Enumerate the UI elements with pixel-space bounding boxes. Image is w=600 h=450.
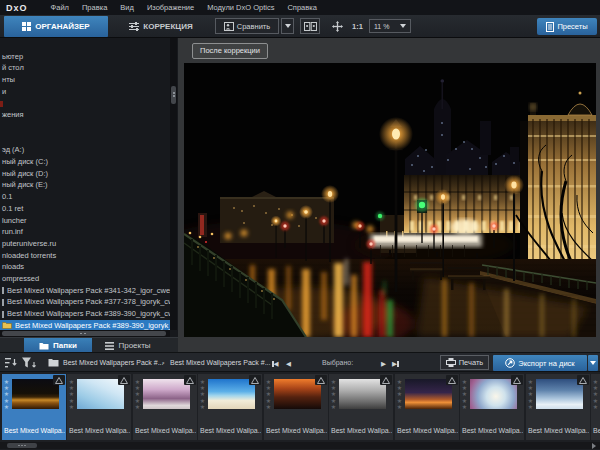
tree-item-wallpapers-341[interactable]: Best Mixed Wallpapers Pack #341-342_igor… <box>0 285 170 296</box>
tree-item[interactable]: puteruniverse.ru <box>0 238 170 249</box>
tree-item[interactable]: run.inf <box>0 226 170 237</box>
star-rating[interactable]: ★★★★★ <box>330 379 337 410</box>
tree-item-drive-d[interactable]: ный диск (D:) <box>0 168 170 179</box>
thumbnail-snowy-forest[interactable]: ★★★★★ Best Mixed Wallpa... <box>526 374 590 440</box>
star-rating[interactable]: ★★★★★ <box>592 379 599 410</box>
chevron-down-icon <box>285 24 291 28</box>
thumbnail-mountain-sunset[interactable]: ★★★★★ Best Mixed Wallpa... <box>264 374 328 440</box>
print-button[interactable]: Печать <box>440 355 489 370</box>
tree-item[interactable]: и <box>0 86 170 97</box>
thumbnail-bw-winter-park[interactable]: ★★★★★ Best Mixed Wallpa... <box>329 374 393 440</box>
previous-image-button[interactable]: ◀ <box>286 360 291 368</box>
menu-view[interactable]: Вид <box>120 3 134 12</box>
star-rating[interactable]: ★★★★★ <box>461 379 468 410</box>
thumbnail-image[interactable] <box>339 379 386 409</box>
filter-icon[interactable] <box>22 357 36 369</box>
tree-item[interactable] <box>0 39 170 50</box>
tree-item[interactable]: 0.1 <box>0 191 170 202</box>
tree-item-wallpapers-377[interactable]: Best Mixed Wallpapers Pack #377-378_igor… <box>0 296 170 307</box>
thumbnail-image[interactable] <box>470 379 517 409</box>
sort-icon[interactable] <box>5 357 18 369</box>
tab-folders[interactable]: Папки <box>24 338 92 353</box>
zoom-level-select[interactable]: 11 % <box>369 19 411 33</box>
tree-item-downloaded-torrents[interactable]: nloaded torrents <box>0 250 170 261</box>
star-rating[interactable]: ★★★★★ <box>3 379 10 410</box>
selected-count-label: Выбрано: <box>322 359 353 366</box>
scrollbar-handle[interactable] <box>171 86 176 104</box>
scrollbar-handle[interactable] <box>7 443 37 448</box>
thumbnail-tropical-beach[interactable]: ★★★★★ Best Mixed Wallpa... <box>198 374 262 440</box>
star-rating[interactable]: ★★★★★ <box>68 379 75 410</box>
zoom-1to1-label: 1:1 <box>352 22 363 31</box>
thumbnail-abstract-light[interactable]: ★★★★★ Best Mixed Wallpa... <box>460 374 524 440</box>
tree-item-downloads[interactable]: nloads <box>0 261 170 272</box>
tab-correction[interactable]: КОРРЕКЦИЯ <box>112 16 210 37</box>
tree-vertical-scrollbar[interactable] <box>170 38 177 330</box>
thumbnail-partial[interactable]: ★★★★★ Best <box>591 374 600 440</box>
scrollbar-handle[interactable] <box>2 331 166 336</box>
breadcrumb-folder-b[interactable]: Best Mixed Wallpapers Pack #... <box>170 359 271 366</box>
tree-item[interactable]: luncher <box>0 215 170 226</box>
main-photo[interactable] <box>184 63 596 337</box>
thumbnail-image[interactable] <box>208 379 255 409</box>
thumbnail-palms-sunset[interactable]: ★★★★★ Best Mixed Wallpa... <box>395 374 459 440</box>
tree-item-drive-e[interactable]: ный диск (E:) <box>0 179 170 190</box>
printer-icon <box>446 358 456 367</box>
thumbnail-image[interactable] <box>536 379 583 409</box>
tab-folders-label: Папки <box>53 341 77 350</box>
cut-icon <box>2 311 4 318</box>
thumbnail-image[interactable] <box>12 379 59 409</box>
tab-organizer[interactable]: ОРГАНАЙЗЕР <box>4 16 108 37</box>
export-dropdown[interactable] <box>588 355 598 371</box>
breadcrumb-folder-a[interactable]: Best Mixed Wallpapers Pack #... <box>63 359 164 366</box>
tab-projects[interactable]: Проекты <box>96 338 160 353</box>
thumbnail-image[interactable] <box>274 379 321 409</box>
tree-item-documents[interactable]: нты <box>0 74 170 85</box>
menu-edit[interactable]: Правка <box>82 3 107 12</box>
tree-horizontal-scrollbar[interactable] <box>0 330 170 337</box>
filmstrip-scrollbar[interactable] <box>0 442 600 449</box>
tree-item[interactable] <box>0 133 170 144</box>
thumbnail-ice-snow[interactable]: ★★★★★ Best Mixed Wallpa... <box>67 374 131 440</box>
menu-image[interactable]: Изображение <box>147 3 194 12</box>
split-view-button[interactable] <box>300 18 320 34</box>
thumbnail-night-city[interactable]: ★★★★★ Best Mixed Wallpa... <box>2 374 66 440</box>
pan-tool-button[interactable] <box>328 18 346 34</box>
first-image-button[interactable]: ◀ <box>272 360 279 368</box>
star-rating[interactable]: ★★★★★ <box>134 379 141 410</box>
next-image-button[interactable]: ▶ <box>381 360 386 368</box>
scroll-right-arrow[interactable] <box>592 443 596 449</box>
chevron-down-icon <box>400 24 406 28</box>
warning-icon <box>446 375 458 385</box>
sliders-icon <box>129 22 139 31</box>
star-rating[interactable]: ★★★★★ <box>199 379 206 410</box>
tree-item[interactable] <box>0 98 170 109</box>
thumbnail-image[interactable] <box>143 379 190 409</box>
tree-item-drive-c[interactable]: ный диск (C:) <box>0 156 170 167</box>
tree-item-pictures[interactable]: жения <box>0 109 170 120</box>
tree-item[interactable] <box>0 121 170 132</box>
presets-button[interactable]: Пресеты <box>537 18 597 35</box>
menu-help[interactable]: Справка <box>287 3 316 12</box>
last-image-button[interactable]: ▶ <box>392 360 399 368</box>
tree-item-desktop[interactable]: й стол <box>0 62 170 73</box>
thumbnail-winter-castle[interactable]: ★★★★★ Best Mixed Wallpa... <box>133 374 197 440</box>
tree-item-compressed[interactable]: ompressed <box>0 273 170 284</box>
thumbnail-image[interactable] <box>405 379 452 409</box>
export-to-disk-button[interactable]: Экспорт на диск <box>493 355 587 371</box>
tree-item[interactable]: 0.1 ret <box>0 203 170 214</box>
tree-item-drive-a[interactable]: эд (A:) <box>0 144 170 155</box>
star-rating[interactable]: ★★★★★ <box>396 379 403 410</box>
zoom-1to1-button[interactable]: 1:1 <box>349 18 366 34</box>
compare-dropdown[interactable] <box>281 18 294 34</box>
menu-modules[interactable]: Модули DxO Optics <box>207 3 274 12</box>
menu-file[interactable]: Файл <box>51 3 69 12</box>
compare-button[interactable]: Сравнить <box>215 18 279 34</box>
star-rating[interactable]: ★★★★★ <box>527 379 534 410</box>
print-label: Печать <box>459 358 484 367</box>
tree-item-computer[interactable]: ьютер <box>0 51 170 62</box>
presets-icon <box>546 22 554 32</box>
thumbnail-image[interactable] <box>77 379 124 409</box>
star-rating[interactable]: ★★★★★ <box>265 379 272 410</box>
tree-item-wallpapers-389[interactable]: Best Mixed Wallpapers Pack #389-390_igor… <box>0 308 170 319</box>
